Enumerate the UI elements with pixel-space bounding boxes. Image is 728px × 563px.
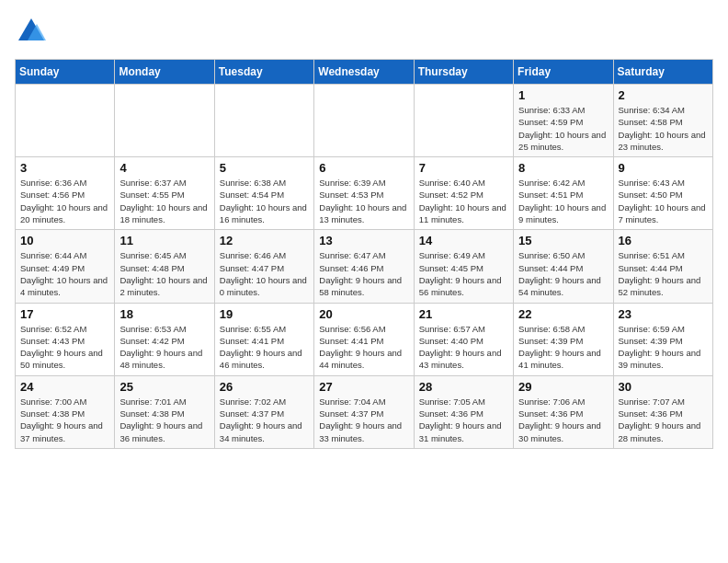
day-info: Sunrise: 7:06 AM Sunset: 4:36 PM Dayligh… — [518, 396, 608, 444]
calendar-cell — [214, 85, 313, 157]
calendar-cell — [115, 85, 214, 157]
day-number: 5 — [220, 161, 309, 175]
day-number: 22 — [518, 307, 608, 321]
calendar-cell: 10Sunrise: 6:44 AM Sunset: 4:49 PM Dayli… — [16, 230, 115, 303]
calendar-cell: 3Sunrise: 6:36 AM Sunset: 4:56 PM Daylig… — [16, 157, 115, 230]
calendar-cell: 5Sunrise: 6:38 AM Sunset: 4:54 PM Daylig… — [214, 157, 313, 230]
day-info: Sunrise: 7:05 AM Sunset: 4:36 PM Dayligh… — [419, 396, 508, 444]
day-number: 28 — [419, 380, 508, 394]
day-number: 10 — [20, 234, 109, 247]
day-number: 25 — [119, 380, 209, 394]
calendar-cell: 14Sunrise: 6:49 AM Sunset: 4:45 PM Dayli… — [414, 230, 513, 303]
calendar-week-2: 3Sunrise: 6:36 AM Sunset: 4:56 PM Daylig… — [16, 157, 713, 230]
day-header-thursday: Thursday — [414, 60, 513, 85]
day-info: Sunrise: 7:07 AM Sunset: 4:36 PM Dayligh… — [619, 396, 708, 444]
day-info: Sunrise: 6:38 AM Sunset: 4:54 PM Dayligh… — [220, 177, 309, 225]
day-number: 29 — [518, 380, 608, 394]
day-number: 11 — [119, 234, 209, 247]
day-info: Sunrise: 6:50 AM Sunset: 4:44 PM Dayligh… — [518, 249, 608, 298]
calendar-cell: 4Sunrise: 6:37 AM Sunset: 4:55 PM Daylig… — [115, 157, 214, 230]
day-number: 3 — [20, 161, 109, 175]
calendar-cell: 6Sunrise: 6:39 AM Sunset: 4:53 PM Daylig… — [314, 157, 414, 230]
day-number: 1 — [518, 88, 608, 102]
day-number: 4 — [119, 161, 209, 175]
calendar-cell: 1Sunrise: 6:33 AM Sunset: 4:59 PM Daylig… — [514, 85, 613, 157]
day-info: Sunrise: 6:34 AM Sunset: 4:58 PM Dayligh… — [619, 104, 708, 153]
calendar-cell — [414, 85, 513, 157]
calendar-cell — [314, 85, 414, 157]
day-info: Sunrise: 7:02 AM Sunset: 4:37 PM Dayligh… — [220, 396, 309, 444]
day-number: 2 — [619, 88, 708, 102]
calendar-cell: 28Sunrise: 7:05 AM Sunset: 4:36 PM Dayli… — [414, 375, 513, 448]
day-number: 14 — [419, 234, 508, 247]
day-info: Sunrise: 6:39 AM Sunset: 4:53 PM Dayligh… — [319, 177, 408, 225]
day-info: Sunrise: 6:53 AM Sunset: 4:42 PM Dayligh… — [119, 323, 209, 372]
day-header-monday: Monday — [115, 60, 214, 85]
day-header-tuesday: Tuesday — [214, 60, 313, 85]
day-header-friday: Friday — [514, 60, 613, 85]
calendar-cell: 24Sunrise: 7:00 AM Sunset: 4:38 PM Dayli… — [16, 375, 115, 448]
day-info: Sunrise: 6:49 AM Sunset: 4:45 PM Dayligh… — [419, 249, 508, 298]
calendar-week-3: 10Sunrise: 6:44 AM Sunset: 4:49 PM Dayli… — [16, 230, 713, 303]
day-info: Sunrise: 7:00 AM Sunset: 4:38 PM Dayligh… — [20, 396, 109, 444]
day-info: Sunrise: 6:43 AM Sunset: 4:50 PM Dayligh… — [619, 177, 708, 225]
calendar-cell: 23Sunrise: 6:59 AM Sunset: 4:39 PM Dayli… — [613, 303, 712, 375]
calendar-cell: 15Sunrise: 6:50 AM Sunset: 4:44 PM Dayli… — [514, 230, 613, 303]
page-header — [15, 15, 713, 48]
day-number: 18 — [119, 307, 209, 321]
day-info: Sunrise: 6:59 AM Sunset: 4:39 PM Dayligh… — [619, 323, 708, 372]
day-number: 30 — [619, 380, 708, 394]
calendar-week-4: 17Sunrise: 6:52 AM Sunset: 4:43 PM Dayli… — [16, 303, 713, 375]
calendar-cell: 26Sunrise: 7:02 AM Sunset: 4:37 PM Dayli… — [214, 375, 313, 448]
day-header-sunday: Sunday — [16, 60, 115, 85]
day-info: Sunrise: 6:42 AM Sunset: 4:51 PM Dayligh… — [518, 177, 608, 225]
day-info: Sunrise: 6:33 AM Sunset: 4:59 PM Dayligh… — [518, 104, 608, 153]
calendar-cell: 13Sunrise: 6:47 AM Sunset: 4:46 PM Dayli… — [314, 230, 414, 303]
day-number: 12 — [220, 234, 309, 247]
calendar-cell: 29Sunrise: 7:06 AM Sunset: 4:36 PM Dayli… — [514, 375, 613, 448]
day-number: 19 — [220, 307, 309, 321]
calendar-cell — [16, 85, 115, 157]
calendar-cell: 27Sunrise: 7:04 AM Sunset: 4:37 PM Dayli… — [314, 375, 414, 448]
logo-icon — [15, 15, 48, 48]
calendar-cell: 21Sunrise: 6:57 AM Sunset: 4:40 PM Dayli… — [414, 303, 513, 375]
day-number: 8 — [518, 161, 608, 175]
day-header-wednesday: Wednesday — [314, 60, 414, 85]
day-info: Sunrise: 6:46 AM Sunset: 4:47 PM Dayligh… — [220, 249, 309, 298]
calendar-cell: 18Sunrise: 6:53 AM Sunset: 4:42 PM Dayli… — [115, 303, 214, 375]
day-info: Sunrise: 6:56 AM Sunset: 4:41 PM Dayligh… — [319, 323, 408, 372]
day-info: Sunrise: 6:55 AM Sunset: 4:41 PM Dayligh… — [220, 323, 309, 372]
day-header-saturday: Saturday — [613, 60, 712, 85]
calendar-week-1: 1Sunrise: 6:33 AM Sunset: 4:59 PM Daylig… — [16, 85, 713, 157]
calendar-cell: 19Sunrise: 6:55 AM Sunset: 4:41 PM Dayli… — [214, 303, 313, 375]
day-info: Sunrise: 6:51 AM Sunset: 4:44 PM Dayligh… — [619, 249, 708, 298]
calendar-cell: 17Sunrise: 6:52 AM Sunset: 4:43 PM Dayli… — [16, 303, 115, 375]
day-number: 26 — [220, 380, 309, 394]
day-info: Sunrise: 6:37 AM Sunset: 4:55 PM Dayligh… — [119, 177, 209, 225]
calendar: SundayMondayTuesdayWednesdayThursdayFrid… — [15, 59, 713, 449]
day-info: Sunrise: 6:44 AM Sunset: 4:49 PM Dayligh… — [20, 249, 109, 298]
day-number: 27 — [319, 380, 408, 394]
day-info: Sunrise: 6:36 AM Sunset: 4:56 PM Dayligh… — [20, 177, 109, 225]
calendar-header-row: SundayMondayTuesdayWednesdayThursdayFrid… — [16, 60, 713, 85]
day-info: Sunrise: 6:45 AM Sunset: 4:48 PM Dayligh… — [119, 249, 209, 298]
logo — [15, 15, 51, 48]
calendar-week-5: 24Sunrise: 7:00 AM Sunset: 4:38 PM Dayli… — [16, 375, 713, 448]
day-number: 23 — [619, 307, 708, 321]
day-number: 15 — [518, 234, 608, 247]
calendar-cell: 9Sunrise: 6:43 AM Sunset: 4:50 PM Daylig… — [613, 157, 712, 230]
day-info: Sunrise: 6:57 AM Sunset: 4:40 PM Dayligh… — [419, 323, 508, 372]
calendar-cell: 16Sunrise: 6:51 AM Sunset: 4:44 PM Dayli… — [613, 230, 712, 303]
day-info: Sunrise: 7:01 AM Sunset: 4:38 PM Dayligh… — [119, 396, 209, 444]
day-number: 16 — [619, 234, 708, 247]
calendar-cell: 11Sunrise: 6:45 AM Sunset: 4:48 PM Dayli… — [115, 230, 214, 303]
calendar-cell: 8Sunrise: 6:42 AM Sunset: 4:51 PM Daylig… — [514, 157, 613, 230]
day-number: 6 — [319, 161, 408, 175]
day-info: Sunrise: 6:52 AM Sunset: 4:43 PM Dayligh… — [20, 323, 109, 372]
calendar-cell: 22Sunrise: 6:58 AM Sunset: 4:39 PM Dayli… — [514, 303, 613, 375]
calendar-cell: 12Sunrise: 6:46 AM Sunset: 4:47 PM Dayli… — [214, 230, 313, 303]
calendar-cell: 25Sunrise: 7:01 AM Sunset: 4:38 PM Dayli… — [115, 375, 214, 448]
day-number: 7 — [419, 161, 508, 175]
day-info: Sunrise: 7:04 AM Sunset: 4:37 PM Dayligh… — [319, 396, 408, 444]
day-info: Sunrise: 6:58 AM Sunset: 4:39 PM Dayligh… — [518, 323, 608, 372]
